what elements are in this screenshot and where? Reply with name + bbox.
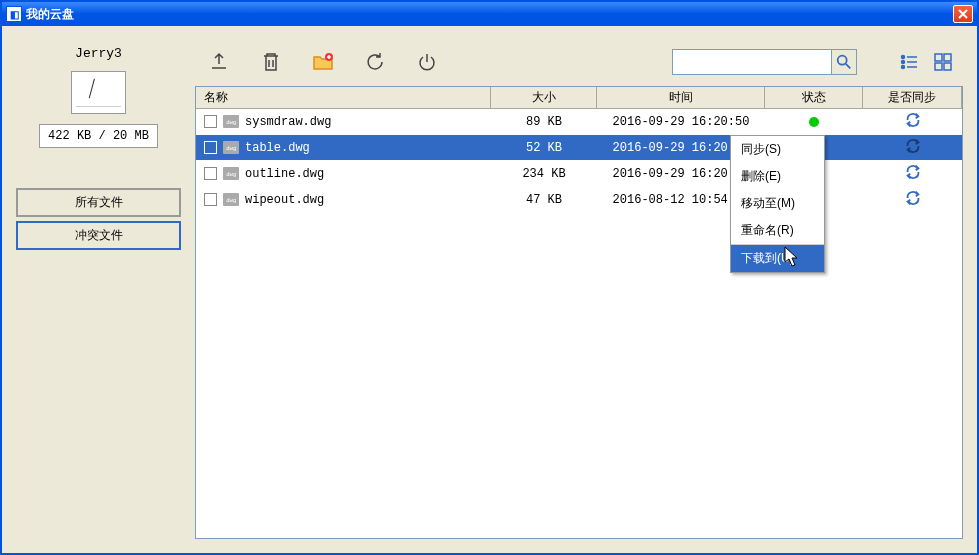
view-toggle — [897, 50, 955, 74]
row-checkbox[interactable] — [204, 115, 217, 128]
power-icon — [415, 50, 439, 74]
ctx-rename[interactable]: 重命名(R) — [731, 217, 824, 244]
file-header: 名称 大小 时间 状态 是否同步 — [196, 87, 962, 109]
file-icon — [223, 141, 239, 154]
thumbnail — [71, 71, 126, 114]
sidebar-buttons: 所有文件 冲突文件 — [16, 188, 181, 250]
trash-icon — [259, 50, 283, 74]
table-row[interactable]: sysmdraw.dwg 89 KB 2016-09-29 16:20:50 — [196, 109, 962, 135]
search-input[interactable] — [672, 49, 832, 75]
context-menu: 同步(S) 删除(E) 移动至(M) 重命名(R) 下载到(U) — [730, 135, 825, 273]
file-size: 234 KB — [491, 167, 597, 181]
file-panel: 名称 大小 时间 状态 是否同步 sysmdraw.dwg 89 KB 2016… — [195, 86, 963, 539]
file-size: 52 KB — [491, 141, 597, 155]
close-icon — [957, 8, 969, 20]
col-time[interactable]: 时间 — [597, 87, 765, 108]
file-size: 89 KB — [491, 115, 597, 129]
delete-button[interactable] — [255, 46, 287, 78]
row-checkbox[interactable] — [204, 141, 217, 154]
new-folder-button[interactable] — [307, 46, 339, 78]
file-name: outline.dwg — [245, 167, 324, 181]
search-icon — [835, 53, 853, 71]
svg-rect-5 — [935, 54, 942, 61]
list-view-button[interactable] — [897, 50, 921, 74]
ctx-sync[interactable]: 同步(S) — [731, 136, 824, 163]
svg-rect-7 — [935, 63, 942, 70]
svg-point-3 — [902, 61, 905, 64]
table-row[interactable]: table.dwg 52 KB 2016-09-29 16:20:44 — [196, 135, 962, 161]
file-icon — [223, 193, 239, 206]
file-size: 47 KB — [491, 193, 597, 207]
table-row[interactable]: outline.dwg 234 KB 2016-09-29 16:20:38 — [196, 161, 962, 187]
col-sync[interactable]: 是否同步 — [863, 87, 962, 108]
all-files-button[interactable]: 所有文件 — [16, 188, 181, 217]
app-window: ◧ 我的云盘 Jerry3 422 KB / 20 MB 所有文件 冲突文件 — [0, 0, 979, 555]
window-title: 我的云盘 — [26, 6, 953, 23]
svg-point-1 — [838, 56, 847, 65]
sync-icon[interactable] — [904, 189, 922, 210]
file-name: table.dwg — [245, 141, 310, 155]
svg-point-2 — [902, 56, 905, 59]
col-size[interactable]: 大小 — [491, 87, 597, 108]
username-label: Jerry3 — [75, 46, 122, 61]
conflict-files-button[interactable]: 冲突文件 — [16, 221, 181, 250]
ctx-download[interactable]: 下载到(U) — [731, 244, 824, 272]
refresh-icon — [363, 50, 387, 74]
grid-icon — [933, 52, 953, 72]
file-name: wipeout.dwg — [245, 193, 324, 207]
sync-icon[interactable] — [904, 137, 922, 158]
svg-rect-6 — [944, 54, 951, 61]
grid-view-button[interactable] — [931, 50, 955, 74]
search-button[interactable] — [831, 49, 857, 75]
file-time: 2016-09-29 16:20:50 — [597, 115, 765, 129]
upload-icon — [207, 50, 231, 74]
row-checkbox[interactable] — [204, 193, 217, 206]
search-box — [672, 49, 857, 75]
upload-button[interactable] — [203, 46, 235, 78]
ctx-delete[interactable]: 删除(E) — [731, 163, 824, 190]
sidebar: Jerry3 422 KB / 20 MB 所有文件 冲突文件 — [16, 46, 181, 539]
power-button[interactable] — [411, 46, 443, 78]
file-name: sysmdraw.dwg — [245, 115, 331, 129]
table-row[interactable]: wipeout.dwg 47 KB 2016-08-12 10:54:09 — [196, 187, 962, 213]
close-button[interactable] — [953, 5, 973, 23]
col-name[interactable]: 名称 — [196, 87, 491, 108]
app-icon: ◧ — [6, 6, 22, 22]
status-dot — [809, 117, 819, 127]
file-icon — [223, 167, 239, 180]
content: Jerry3 422 KB / 20 MB 所有文件 冲突文件 — [2, 26, 977, 553]
svg-point-4 — [902, 66, 905, 69]
main-area: 名称 大小 时间 状态 是否同步 sysmdraw.dwg 89 KB 2016… — [195, 46, 963, 539]
svg-rect-8 — [944, 63, 951, 70]
row-checkbox[interactable] — [204, 167, 217, 180]
col-status[interactable]: 状态 — [765, 87, 863, 108]
folder-plus-icon — [311, 50, 335, 74]
sync-icon[interactable] — [904, 163, 922, 184]
sync-icon[interactable] — [904, 111, 922, 132]
list-icon — [899, 52, 919, 72]
ctx-move-to[interactable]: 移动至(M) — [731, 190, 824, 217]
titlebar: ◧ 我的云盘 — [2, 2, 977, 26]
toolbar — [195, 46, 963, 78]
file-icon — [223, 115, 239, 128]
refresh-button[interactable] — [359, 46, 391, 78]
quota-label: 422 KB / 20 MB — [39, 124, 158, 148]
